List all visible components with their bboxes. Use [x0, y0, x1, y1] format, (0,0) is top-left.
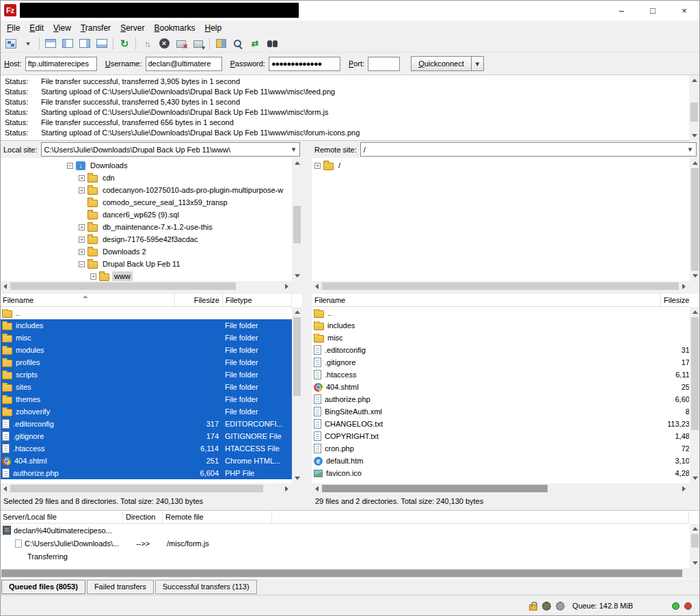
scroll-left-arrow[interactable] — [0, 483, 10, 494]
file-row[interactable]: .gitignore174 — [312, 356, 689, 369]
queue-row[interactable]: C:\Users\Julie\Downloads\...-->>/misc/fo… — [0, 537, 689, 550]
file-row[interactable]: includes — [312, 319, 689, 332]
toolbar-refresh-button[interactable] — [116, 36, 133, 51]
file-row[interactable]: .. — [0, 307, 292, 319]
speed-limits-icon[interactable] — [556, 602, 565, 611]
scroll-left-arrow[interactable] — [312, 281, 322, 291]
toolbar-process-queue-button[interactable] — [139, 36, 155, 51]
file-row[interactable]: BingSiteAuth.xml85 — [312, 405, 689, 418]
column-header-filename[interactable]: Filename — [312, 294, 661, 306]
maximize-button[interactable]: □ — [637, 0, 669, 21]
menu-item-help[interactable]: Help — [200, 22, 227, 34]
local-tree-horizontal-scrollbar[interactable] — [0, 281, 292, 291]
file-row[interactable]: profilesFile folder — [0, 356, 292, 369]
chevron-down-icon[interactable]: ▾ — [684, 145, 696, 154]
file-row[interactable]: miscFile folder — [0, 332, 292, 344]
toolbar-disconnect-button[interactable] — [173, 36, 189, 51]
scroll-down-arrow[interactable] — [689, 131, 699, 141]
local-list-horizontal-scrollbar[interactable] — [0, 483, 292, 494]
scroll-down-arrow[interactable] — [690, 558, 700, 568]
column-header-filesize[interactable]: Filesize — [661, 294, 689, 306]
scroll-right-arrow[interactable] — [282, 281, 292, 291]
column-header-server-local-file[interactable]: Server/Local file — [0, 511, 123, 523]
tree-item[interactable]: +design-7176-595e42f3acdac — [0, 233, 292, 245]
scroll-left-arrow[interactable] — [0, 281, 10, 291]
local-tree-vertical-scrollbar[interactable] — [292, 158, 302, 281]
file-row[interactable]: themesFile folder — [0, 393, 292, 405]
column-header-remote-file[interactable]: Remote file — [163, 511, 272, 523]
scroll-right-arrow[interactable] — [679, 281, 689, 291]
file-row[interactable]: 404.shtml251Chrome HTML... — [0, 455, 292, 467]
toolbar-toggle-remote-tree-button[interactable] — [77, 36, 93, 51]
tree-item[interactable]: +www — [0, 270, 292, 281]
toolbar-cancel-button[interactable] — [156, 36, 172, 51]
menu-item-server[interactable]: Server — [116, 22, 149, 34]
menu-item-file[interactable]: File — [2, 22, 25, 34]
file-row[interactable]: CHANGELOG.txt113,232 — [312, 418, 689, 430]
log-scrollbar[interactable] — [689, 75, 699, 141]
scroll-right-arrow[interactable] — [282, 483, 292, 494]
file-row[interactable]: .editorconfig317 — [312, 344, 689, 356]
toolbar-site-manager-dropdown-button[interactable] — [20, 36, 36, 51]
file-row[interactable]: misc — [312, 332, 689, 344]
file-row[interactable]: 404.shtml251 — [312, 381, 689, 393]
file-row[interactable]: .htaccess6,114 — [312, 369, 689, 381]
remote-list-horizontal-scrollbar[interactable] — [312, 483, 689, 494]
file-row[interactable]: .. — [312, 307, 689, 319]
file-row[interactable]: default.htm3,104 — [312, 455, 689, 467]
toolbar-compare-directories-button[interactable] — [213, 36, 229, 51]
minimize-button[interactable]: – — [606, 0, 637, 21]
close-button[interactable]: × — [669, 0, 700, 21]
scroll-down-arrow[interactable] — [690, 271, 700, 281]
tree-item[interactable]: +/ — [312, 159, 689, 172]
scroll-left-arrow[interactable] — [312, 483, 322, 494]
remote-tree-horizontal-scrollbar[interactable] — [312, 281, 689, 291]
toolbar-site-manager-button[interactable] — [3, 36, 19, 51]
queue-vertical-scrollbar[interactable] — [690, 524, 700, 568]
expand-icon[interactable]: + — [79, 224, 85, 230]
port-input[interactable] — [368, 57, 400, 71]
menu-item-edit[interactable]: Edit — [25, 22, 49, 34]
remote-site-combobox[interactable]: / ▾ — [360, 142, 697, 157]
tree-item[interactable]: +db_maintenance-7.x-1.2-use-this — [0, 221, 292, 233]
toolbar-toggle-queue-button[interactable] — [94, 36, 110, 51]
toolbar-reconnect-button[interactable] — [190, 36, 206, 51]
expand-icon[interactable]: + — [79, 187, 85, 193]
file-row[interactable]: .gitignore174GITIGNORE File — [0, 430, 292, 442]
scroll-down-arrow[interactable] — [292, 271, 302, 281]
tree-item[interactable]: +codecanyon-10275010-ads-pro-plugin-mult… — [0, 184, 292, 196]
toolbar-find-files-button[interactable] — [230, 36, 246, 51]
quickconnect-dropdown-button[interactable]: ▾ — [472, 56, 484, 71]
host-input[interactable] — [25, 57, 97, 71]
file-row[interactable]: favicon.ico4,286 — [312, 467, 689, 479]
expand-icon[interactable]: + — [79, 249, 85, 255]
settings-gear-icon[interactable] — [542, 602, 551, 611]
remote-list-vertical-scrollbar[interactable] — [690, 307, 700, 483]
scrollbar-thumb[interactable] — [10, 485, 263, 492]
tab-successful-transfers-113[interactable]: Successful transfers (113) — [155, 580, 257, 594]
quickconnect-button[interactable]: Quickconnect — [411, 56, 472, 71]
file-row[interactable]: authorize.php6,604PHP File — [0, 467, 292, 479]
expand-icon[interactable]: + — [90, 273, 96, 280]
remote-tree-vertical-scrollbar[interactable] — [690, 158, 700, 281]
column-header-filesize[interactable]: Filesize — [175, 294, 223, 306]
scroll-down-arrow[interactable] — [690, 473, 700, 483]
file-row[interactable]: zohoverifyFile folder — [0, 405, 292, 418]
collapse-icon[interactable]: − — [79, 261, 85, 267]
scroll-up-arrow[interactable] — [690, 307, 700, 317]
local-site-combobox[interactable]: C:\Users\Julie\Downloads\Drupal Back Up … — [41, 142, 300, 157]
scrollbar-thumb[interactable] — [690, 103, 698, 122]
file-row[interactable]: includesFile folder — [0, 319, 292, 332]
menu-item-bookmarks[interactable]: Bookmarks — [149, 22, 200, 34]
scrollbar-thumb[interactable] — [322, 282, 679, 290]
scrollbar-thumb[interactable] — [322, 485, 548, 492]
expand-icon[interactable]: + — [79, 175, 85, 181]
queue-row[interactable]: declan%40ultimaterecipeso... — [0, 524, 689, 537]
scrollbar-thumb[interactable] — [10, 282, 236, 290]
tree-item[interactable]: dancer6_wp625 (9).sql — [0, 209, 292, 221]
chevron-down-icon[interactable]: ▾ — [288, 145, 299, 154]
file-row[interactable]: cron.php720 — [312, 442, 689, 455]
menu-item-view[interactable]: View — [49, 22, 76, 34]
toolbar-toggle-log-button[interactable] — [42, 36, 59, 51]
tree-item[interactable]: −Drupal Back Up Feb 11 — [0, 258, 292, 270]
